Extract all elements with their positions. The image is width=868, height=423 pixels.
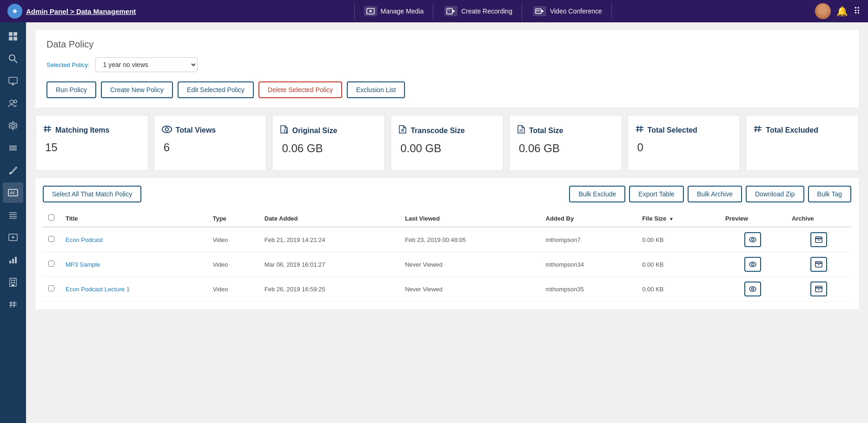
row-checkbox-0[interactable] [48,236,54,242]
stat-card-total-selected-header: Total Selected [636,125,697,135]
select-all-checkbox[interactable] [48,215,54,221]
sidebar-item-analytics[interactable] [3,249,23,270]
sidebar-item-hash[interactable] [3,294,23,315]
preview-button-0[interactable] [744,232,761,247]
row-title-1[interactable]: MP3 Sample [60,252,207,277]
title-link-0[interactable]: Econ Podcast [66,236,103,243]
apps-grid-icon[interactable]: ⠿ [854,6,861,17]
row-date-added-0: Feb 21, 2019 14:21:24 [259,227,399,252]
svg-line-56 [637,126,638,132]
svg-rect-40 [13,282,15,283]
manage-media-icon [364,6,377,16]
select-all-match-button[interactable]: Select All That Match Policy [43,186,141,202]
svg-point-74 [749,287,756,291]
table-toolbar-left: Select All That Match Policy [43,186,141,202]
row-checkbox-cell[interactable] [43,252,60,277]
video-conference-icon [533,6,546,16]
svg-point-51 [165,128,168,131]
svg-point-24 [9,172,11,174]
sidebar-item-monitor[interactable] [3,71,23,91]
row-checkbox-1[interactable] [48,261,54,267]
create-recording-link[interactable]: Create Recording [435,2,522,20]
svg-rect-38 [13,280,15,281]
policy-dropdown[interactable]: 1 year no views2 year no views3 year no … [95,57,198,72]
hash-icon [43,125,52,135]
svg-line-47 [48,126,49,132]
col-preview: Preview [720,210,786,227]
table-toolbar: Select All That Match Policy Bulk Exclud… [43,186,851,202]
bulk-exclude-button[interactable]: Bulk Exclude [569,186,625,202]
top-nav-right: 🔔 ⠿ [815,3,861,19]
top-navigation: Admin Panel > Data Management Manage Med… [0,0,868,22]
row-preview-2 [720,277,786,302]
sidebar-item-tools[interactable] [3,160,23,181]
row-title-2[interactable]: Econ Podcast Lecture 1 [60,277,207,302]
row-added-by-0: mthompson7 [540,227,637,252]
sidebar-item-layers[interactable] [3,138,23,158]
row-preview-1 [720,252,786,277]
run-policy-button[interactable]: Run Policy [46,81,96,98]
select-all-checkbox-header[interactable] [43,210,60,227]
title-link-1[interactable]: MP3 Sample [66,261,100,268]
svg-rect-3 [447,8,452,14]
sidebar-item-dashboard[interactable] [3,26,23,47]
title-link-2[interactable]: Econ Podcast Lecture 1 [66,286,130,293]
notifications-icon[interactable]: 🔔 [836,6,848,17]
svg-rect-35 [15,257,17,263]
user-avatar[interactable] [815,3,831,19]
table-section: Select All That Match Policy Bulk Exclud… [35,178,859,309]
policy-selector-label: Selected Policy: [46,61,90,68]
export-table-button[interactable]: Export Table [629,186,684,202]
svg-point-7 [538,10,539,12]
svg-rect-9 [9,32,13,36]
table-toolbar-right: Bulk Exclude Export Table Bulk Archive D… [569,186,851,202]
table-row: Econ Podcast Video Feb 21, 2019 14:21:24… [43,227,851,252]
col-added-by: Added By [540,210,637,227]
policy-selector-row: Selected Policy: 1 year no views2 year n… [46,57,848,72]
sidebar-item-captions[interactable]: CC [3,182,23,203]
create-new-policy-button[interactable]: Create New Policy [101,81,173,98]
svg-line-43 [14,301,14,308]
file-total-icon [517,125,525,136]
sidebar-item-list[interactable] [3,205,23,225]
col-file-size[interactable]: File Size ▼ [636,210,720,227]
archive-button-2[interactable] [810,282,827,296]
row-archive-1 [786,252,851,277]
bulk-archive-button[interactable]: Bulk Archive [688,186,742,202]
svg-rect-72 [815,262,822,263]
download-zip-button[interactable]: Download Zip [746,186,804,202]
row-checkbox-2[interactable] [48,285,54,291]
preview-button-2[interactable] [744,282,761,296]
exclusion-list-button[interactable]: Exclusion List [347,81,405,98]
svg-text:CC: CC [10,191,15,195]
sidebar-item-building[interactable] [3,272,23,292]
brand-title[interactable]: Admin Panel > Data Management [7,4,136,19]
archive-button-0[interactable] [810,232,827,247]
row-file-size-1: 0.00 KB [636,252,720,277]
stat-card-total-excluded-header: Total Excluded [754,125,818,135]
edit-selected-policy-button[interactable]: Edit Selected Policy [178,81,254,98]
manage-media-link[interactable]: Manage Media [354,2,434,20]
delete-selected-policy-button[interactable]: Delete Selected Policy [258,81,342,98]
top-nav-links: Manage Media Create Recording Video Conf… [151,2,815,20]
sidebar-item-media[interactable] [3,227,23,248]
row-checkbox-cell[interactable] [43,277,60,302]
video-conference-link[interactable]: Video Conference [524,2,612,20]
svg-rect-34 [12,259,14,263]
sidebar-item-search[interactable] [3,48,23,69]
archive-button-1[interactable] [810,257,827,272]
row-file-size-0: 0.00 KB [636,227,720,252]
row-preview-0 [720,227,786,252]
svg-line-61 [759,126,759,132]
svg-point-20 [12,124,14,127]
stat-card-original-size: Original Size 0.06 GB [272,115,385,171]
sidebar-item-settings[interactable] [3,115,23,136]
svg-point-50 [162,126,172,133]
sidebar-item-users[interactable] [3,93,23,114]
row-checkbox-cell[interactable] [43,227,60,252]
row-title-0[interactable]: Econ Podcast [60,227,207,252]
row-type-2: Video [207,277,258,302]
row-archive-0 [786,227,851,252]
bulk-tag-button[interactable]: Bulk Tag [808,186,851,202]
preview-button-1[interactable] [744,257,761,272]
